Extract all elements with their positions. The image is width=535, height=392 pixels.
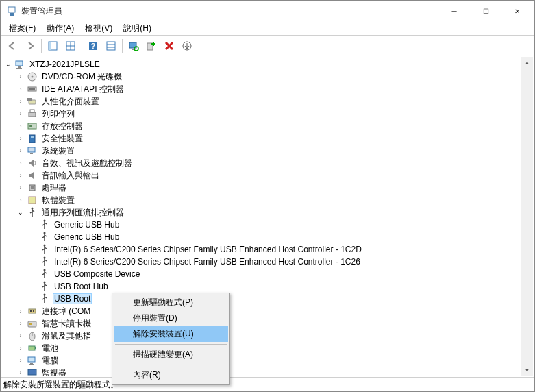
software-icon (27, 195, 38, 206)
device-tree[interactable]: ⌄ XTZJ-2021JPLSLE › DVD/CD-ROM 光碟機 › IDE… (2, 57, 521, 376)
tree-category[interactable]: › 音效、視訊及遊戲控制器 (2, 157, 521, 169)
expand-arrow-icon[interactable]: › (16, 197, 25, 204)
disc-icon (27, 71, 38, 82)
expand-arrow-icon[interactable]: › (16, 86, 25, 93)
expand-arrow-icon[interactable]: › (16, 160, 25, 167)
svg-rect-32 (28, 147, 35, 152)
window-title: 裝置管理員 (21, 5, 438, 17)
ctx-uninstall-device[interactable]: 解除安裝裝置(U) (114, 326, 228, 342)
svg-rect-26 (29, 112, 36, 117)
expand-arrow-icon[interactable]: › (16, 345, 25, 352)
svg-point-44 (44, 294, 46, 296)
expand-arrow-icon[interactable]: › (16, 184, 25, 191)
tree-category[interactable]: › 系統裝置 (2, 145, 521, 157)
tree-category-usb[interactable]: ⌄ 通用序列匯流排控制器 (2, 206, 521, 219)
tree-category[interactable]: › 存放控制器 (2, 120, 521, 132)
tree-item-label: 通用序列匯流排控制器 (40, 206, 125, 219)
tree-category[interactable]: › 電池 (2, 342, 521, 354)
ctx-disable-device[interactable]: 停用裝置(D) (114, 310, 228, 326)
ctx-update-driver[interactable]: 更新驅動程式(P) (114, 295, 228, 310)
svg-rect-25 (27, 98, 32, 101)
ide-icon (27, 84, 38, 95)
scan-hardware-icon[interactable] (125, 38, 142, 54)
status-bar: 解除安裝所選裝置的驅動程式。 (1, 377, 534, 391)
titlebar: 裝置管理員 ─ ☐ ✕ (1, 1, 534, 21)
svg-rect-49 (29, 323, 32, 325)
expand-arrow-icon[interactable]: › (16, 147, 25, 154)
svg-rect-23 (29, 88, 35, 90)
tree-category[interactable]: › 處理器 (2, 182, 521, 194)
tree-device[interactable]: Intel(R) 6 Series/C200 Series Chipset Fa… (2, 243, 521, 256)
usb-icon (39, 281, 50, 292)
tree-item-label: USB Root Hub (53, 281, 110, 292)
toolbar-table-icon[interactable] (103, 38, 119, 54)
svg-point-41 (44, 257, 46, 259)
tree-category[interactable]: › 監視器 (2, 367, 521, 376)
tree-item-label: 電池 (40, 342, 60, 355)
tree-category[interactable]: › IDE ATA/ATAPI 控制器 (2, 83, 521, 95)
expand-arrow-icon[interactable]: › (16, 308, 25, 315)
tree-device[interactable]: USB Composite Device (2, 268, 521, 280)
expand-arrow-icon[interactable]: › (16, 135, 25, 142)
scroll-up-button[interactable]: ▲ (521, 57, 533, 69)
context-menu: 更新驅動程式(P) 停用裝置(D) 解除安裝裝置(U) 掃描硬體變更(A) 內容… (112, 293, 230, 385)
port-icon (27, 306, 38, 317)
expand-arrow-icon[interactable]: › (16, 320, 25, 327)
tree-device[interactable]: USB Root Hub (2, 280, 521, 293)
minimize-button[interactable]: ─ (438, 1, 470, 21)
svg-rect-18 (18, 66, 21, 68)
tree-device[interactable]: Generic USB Hub (2, 231, 521, 243)
tree-device[interactable]: USB Root (2, 293, 521, 305)
tree-item-label: 智慧卡讀卡機 (40, 317, 92, 330)
down-arrow-icon[interactable] (179, 38, 195, 54)
close-button[interactable]: ✕ (501, 1, 533, 21)
toolbar-view-icon[interactable] (45, 38, 61, 54)
tree-root[interactable]: ⌄ XTZJ-2021JPLSLE (2, 58, 521, 71)
toolbar-grid-icon[interactable] (62, 38, 79, 54)
expand-arrow-icon[interactable]: › (16, 73, 25, 80)
expand-arrow-icon[interactable]: › (16, 369, 25, 376)
remove-icon[interactable] (161, 38, 177, 54)
expand-arrow-icon[interactable]: ⌄ (16, 209, 25, 216)
forward-button[interactable] (22, 38, 38, 54)
vertical-scrollbar[interactable]: ▲ ▼ (521, 57, 533, 376)
tree-device[interactable]: Generic USB Hub (2, 219, 521, 231)
expand-arrow-icon[interactable]: › (16, 172, 25, 179)
tree-category[interactable]: › 人性化介面裝置 (2, 95, 521, 108)
menu-help[interactable]: 說明(H) (118, 21, 157, 36)
ctx-properties[interactable]: 內容(R) (114, 367, 228, 383)
back-button[interactable] (4, 38, 21, 54)
tree-category[interactable]: › 滑鼠及其他指 (2, 330, 521, 342)
expand-arrow-icon[interactable]: ⌄ (3, 61, 13, 68)
tree-item-label: 音訊輸入與輸出 (40, 169, 101, 182)
scroll-down-button[interactable]: ▼ (521, 365, 533, 376)
tree-item-label: IDE ATA/ATAPI 控制器 (40, 83, 125, 96)
expand-arrow-icon[interactable]: › (16, 98, 25, 105)
security-icon (27, 133, 38, 144)
tree-category[interactable]: › DVD/CD-ROM 光碟機 (2, 71, 521, 83)
menu-action[interactable]: 動作(A) (41, 21, 79, 36)
svg-rect-56 (29, 364, 34, 365)
expand-arrow-icon[interactable]: › (16, 357, 25, 364)
menu-view[interactable]: 檢視(V) (79, 21, 118, 36)
tree-category[interactable]: › 連接埠 (COM (2, 305, 521, 317)
tree-category[interactable]: › 安全性裝置 (2, 132, 521, 145)
tree-category[interactable]: › 音訊輸入與輸出 (2, 169, 521, 182)
ctx-scan-hardware[interactable]: 掃描硬體變更(A) (114, 347, 228, 363)
tree-category[interactable]: › 軟體裝置 (2, 194, 521, 206)
expand-arrow-icon[interactable]: › (16, 110, 25, 117)
help-icon[interactable]: ? (85, 38, 101, 54)
add-hardware-icon[interactable] (143, 38, 160, 54)
menu-file[interactable]: 檔案(F) (3, 21, 41, 36)
tree-device[interactable]: Intel(R) 6 Series/C200 Series Chipset Fa… (2, 256, 521, 268)
maximize-button[interactable]: ☐ (470, 1, 501, 21)
expand-arrow-icon[interactable]: › (16, 123, 25, 130)
audioio-icon (27, 170, 38, 181)
tree-category[interactable]: › 列印佇列 (2, 108, 521, 120)
tree-category[interactable]: › 智慧卡讀卡機 (2, 317, 521, 330)
usb-icon (39, 244, 50, 255)
svg-rect-1 (10, 13, 14, 16)
tree-category[interactable]: › 電腦 (2, 354, 521, 367)
expand-arrow-icon[interactable]: › (16, 332, 25, 339)
computer-icon (27, 355, 38, 366)
